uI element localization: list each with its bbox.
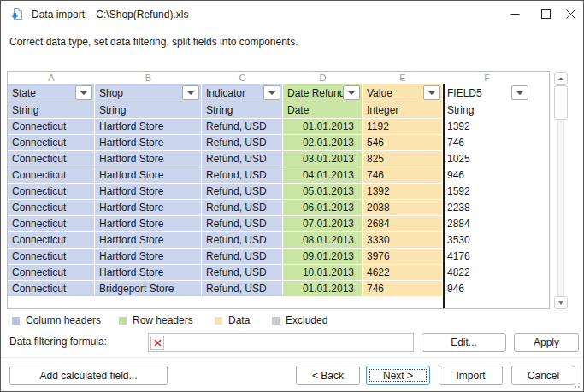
- resize-grip[interactable]: [571, 379, 580, 388]
- scroll-up-button[interactable]: [554, 72, 568, 85]
- minimize-button[interactable]: [500, 1, 529, 26]
- cell: 4176: [443, 249, 531, 265]
- cell: Hartford Store: [95, 119, 202, 135]
- column-type-shop: String: [95, 102, 202, 119]
- legend-item-row-headers: Row headers: [119, 314, 193, 326]
- column-letter-a: A: [8, 72, 95, 84]
- cell: Refund, USD: [202, 200, 283, 216]
- legend-item-column-headers: Column headers: [12, 314, 101, 326]
- cell: 08.01.2013: [283, 232, 363, 249]
- cell: 746: [363, 281, 443, 297]
- clear-filter-button[interactable]: [150, 336, 164, 350]
- cell: 4622: [363, 265, 443, 281]
- cell: 07.01.2013: [283, 216, 363, 232]
- back-button[interactable]: < Back: [296, 366, 360, 385]
- titlebar: Data import – C:\Shop(Refund).xls: [1, 1, 583, 27]
- import-button[interactable]: Import: [439, 366, 503, 385]
- cell: Hartford Store: [95, 200, 202, 216]
- table-row[interactable]: ConnecticutHartford StoreRefund, USD10.0…: [8, 265, 549, 281]
- cell: Connecticut: [8, 167, 95, 184]
- table-row[interactable]: ConnecticutHartford StoreRefund, USD04.0…: [8, 167, 549, 184]
- table-row[interactable]: ConnecticutHartford StoreRefund, USD03.0…: [8, 151, 549, 167]
- column-filter-dropdown[interactable]: [75, 85, 92, 100]
- column-type-indicator: String: [202, 102, 283, 119]
- column-filter-dropdown[interactable]: [263, 85, 280, 100]
- cell: 2238: [443, 200, 531, 216]
- excluded-boundary-line: [443, 84, 445, 308]
- edit-button[interactable]: Edit...: [422, 333, 506, 352]
- filter-formula-label: Data filtering formula:: [9, 336, 107, 348]
- table-row[interactable]: ConnecticutHartford StoreRefund, USD02.0…: [8, 135, 549, 151]
- column-filter-dropdown[interactable]: [182, 85, 199, 100]
- minimize-icon: [510, 9, 520, 19]
- column-header-indicator[interactable]: Indicator: [202, 84, 283, 102]
- cancel-button[interactable]: Cancel: [511, 366, 575, 385]
- column-header-date-refund[interactable]: Date Refund: [283, 84, 363, 102]
- next-button[interactable]: Next >: [366, 366, 430, 385]
- cell: Hartford Store: [95, 167, 202, 184]
- cell: Refund, USD: [202, 265, 283, 281]
- table-row[interactable]: ConnecticutHartford StoreRefund, USD09.0…: [8, 249, 549, 265]
- table-row[interactable]: ConnecticutHartford StoreRefund, USD06.0…: [8, 200, 549, 216]
- cell: 10.01.2013: [283, 265, 363, 281]
- legend-label: Excluded: [286, 314, 327, 326]
- column-types-row: StringStringStringDateIntegerString: [8, 102, 549, 119]
- column-letter-f: F: [443, 72, 531, 84]
- column-header-field5[interactable]: FIELD5: [443, 84, 531, 102]
- cell: Bridgeport Store: [95, 281, 202, 297]
- table-row[interactable]: ConnecticutHartford StoreRefund, USD08.0…: [8, 232, 549, 249]
- maximize-icon: [541, 9, 551, 19]
- column-header-label: State: [12, 87, 36, 99]
- apply-button[interactable]: Apply: [514, 333, 579, 352]
- cell: 1592: [443, 184, 531, 200]
- column-letter-e: E: [363, 72, 443, 84]
- cell: Connecticut: [8, 249, 95, 265]
- cell: 02.01.2013: [283, 135, 363, 151]
- cell: 2684: [363, 216, 443, 232]
- arrow-down-icon: [558, 301, 563, 305]
- cell: 825: [363, 151, 443, 167]
- column-header-shop[interactable]: Shop: [95, 84, 202, 102]
- filter-formula-input[interactable]: [164, 335, 413, 350]
- table-row[interactable]: ConnecticutHartford StoreRefund, USD07.0…: [8, 216, 549, 232]
- scroll-down-button[interactable]: [554, 296, 568, 309]
- chevron-down-icon: [268, 91, 275, 95]
- cell: Refund, USD: [202, 232, 283, 249]
- cell: Connecticut: [8, 216, 95, 232]
- legend-item-excluded: Excluded: [272, 314, 327, 326]
- cell: Refund, USD: [202, 167, 283, 184]
- cell: 2884: [443, 216, 531, 232]
- column-type-value: Integer: [363, 102, 443, 119]
- cell: 01.01.2013: [283, 281, 363, 297]
- vertical-scrollbar[interactable]: [554, 72, 568, 309]
- scrollbar-thumb[interactable]: [554, 85, 568, 120]
- column-headers-color-swatch: [12, 317, 20, 325]
- cell: 3976: [363, 249, 443, 265]
- cell: 746: [363, 167, 443, 184]
- cell: Refund, USD: [202, 184, 283, 200]
- cell: Connecticut: [8, 232, 95, 249]
- cell: 946: [443, 281, 531, 297]
- close-button[interactable]: [557, 1, 584, 26]
- cell: Hartford Store: [95, 216, 202, 232]
- cell: 3530: [443, 232, 531, 249]
- column-header-value[interactable]: Value: [363, 84, 443, 102]
- table-row[interactable]: ConnecticutBridgeport StoreRefund, USD01…: [8, 281, 549, 297]
- arrow-up-icon: [558, 77, 563, 80]
- cell: Refund, USD: [202, 249, 283, 265]
- column-filter-dropdown[interactable]: [511, 85, 528, 100]
- red-x-icon: [154, 339, 162, 347]
- column-header-state[interactable]: State: [8, 84, 95, 102]
- maximize-button[interactable]: [531, 1, 560, 26]
- column-headers-row: StateShopIndicatorDate RefundValueFIELD5: [8, 84, 549, 102]
- import-file-icon: [10, 7, 24, 20]
- cell: Hartford Store: [95, 184, 202, 200]
- legend: Column headers Row headers Data Excluded: [1, 314, 584, 326]
- dialog-instruction: Correct data type, set data filtering, s…: [9, 36, 298, 48]
- add-calculated-field-button[interactable]: Add calculated field...: [9, 366, 168, 385]
- table-row[interactable]: ConnecticutHartford StoreRefund, USD05.0…: [8, 184, 549, 200]
- column-filter-dropdown[interactable]: [343, 85, 360, 100]
- preview-grid: ABCDEF StateShopIndicatorDate RefundValu…: [7, 71, 550, 309]
- table-row[interactable]: ConnecticutHartford StoreRefund, USD01.0…: [8, 119, 549, 135]
- column-filter-dropdown[interactable]: [423, 85, 440, 100]
